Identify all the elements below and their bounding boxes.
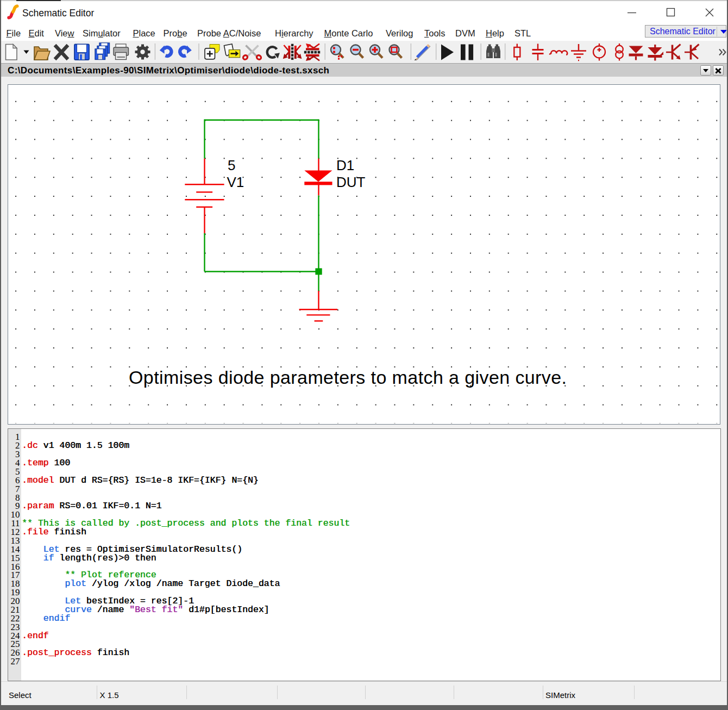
svg-text:DUT: DUT	[336, 174, 366, 190]
svg-text:5: 5	[228, 157, 235, 173]
svg-text:D1: D1	[336, 157, 354, 173]
svg-text:V1: V1	[227, 174, 244, 190]
svg-text:Optimises diode parameters to: Optimises diode parameters to match a gi…	[129, 367, 567, 388]
svg-text:C:\Documents\Examples-90\SIMet: C:\Documents\Examples-90\SIMetrix\Optimi…	[8, 65, 329, 76]
